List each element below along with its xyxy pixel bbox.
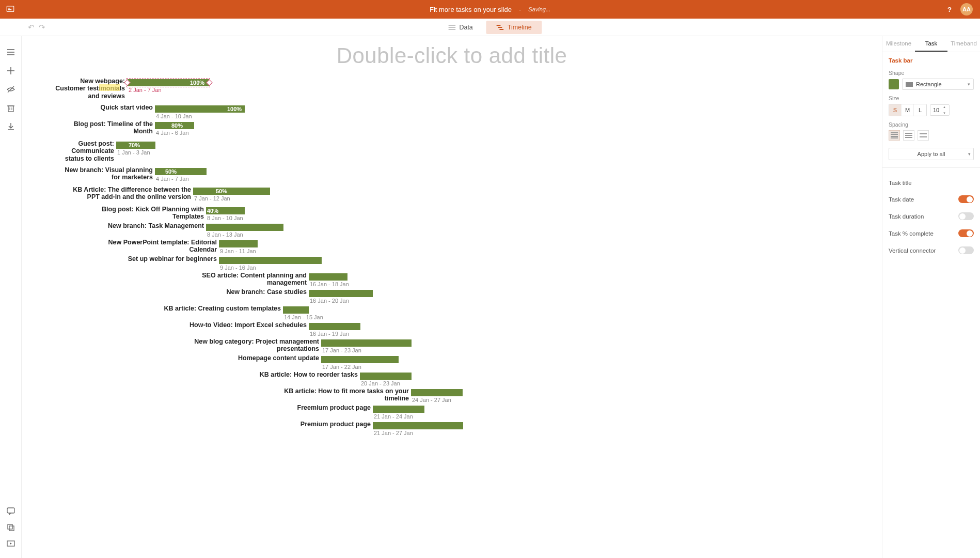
task-percent: 50% — [165, 168, 177, 175]
delete-icon[interactable] — [6, 103, 15, 113]
task-row[interactable]: New branch: Case studies16 Jan - 20 Jan — [22, 288, 882, 305]
toggle-switch[interactable] — [958, 212, 974, 220]
task-bar[interactable] — [309, 273, 347, 281]
task-bar[interactable] — [411, 389, 463, 396]
size-s[interactable]: S — [889, 104, 902, 116]
spacing-tight[interactable] — [889, 130, 900, 141]
task-row[interactable]: New PowerPoint template: Editorial Calen… — [22, 239, 882, 255]
task-row[interactable]: SEO article: Content planning and manage… — [22, 272, 882, 288]
document-title[interactable]: Fit more tasks on your slide — [430, 6, 512, 13]
saving-status: Saving... — [528, 6, 550, 12]
menu-icon[interactable] — [6, 48, 15, 57]
task-label: KB article: How to reorder tasks — [224, 371, 358, 378]
task-label: Homepage content update — [185, 354, 319, 362]
task-bar[interactable] — [309, 290, 373, 297]
task-date: 8 Jan - 13 Jan — [207, 231, 243, 238]
fill-color-swatch[interactable] — [889, 79, 899, 89]
task-row[interactable]: KB Article: The difference between the P… — [22, 186, 882, 206]
svg-line-14 — [8, 86, 14, 92]
toggle-switch[interactable] — [958, 229, 974, 237]
task-label: New webpage: Customer testimonials and r… — [22, 78, 125, 100]
status-separator: - — [519, 6, 521, 13]
task-bar[interactable] — [373, 406, 424, 413]
task-bar[interactable] — [155, 168, 207, 175]
size-l[interactable]: L — [914, 104, 926, 116]
hide-icon[interactable] — [6, 85, 15, 94]
task-label: Guest post: Communicate status to client… — [22, 140, 114, 162]
task-row[interactable]: Freemium product page21 Jan - 24 Jan — [22, 404, 882, 421]
task-row[interactable]: Homepage content update17 Jan - 22 Jan — [22, 354, 882, 371]
task-row[interactable]: Premium product page21 Jan - 27 Jan — [22, 421, 882, 437]
present-icon[interactable] — [6, 539, 15, 549]
view-timeline[interactable]: Timeline — [486, 21, 542, 34]
task-bar[interactable] — [219, 257, 322, 264]
apply-to-all-button[interactable]: Apply to all ▾ — [889, 148, 974, 160]
task-row[interactable]: KB article: How to fit more tasks on you… — [22, 388, 882, 404]
prop-task-title: Task title — [882, 175, 980, 191]
tab-milestone[interactable]: Milestone — [882, 36, 915, 52]
task-row[interactable]: New branch: Visual planning for marketer… — [22, 166, 882, 186]
task-percent: 70% — [129, 142, 140, 149]
size-value: 10 — [933, 107, 939, 113]
shape-value: Rectangle — [916, 81, 942, 87]
slide-title-placeholder[interactable]: Double-click to add title — [22, 43, 882, 68]
task-label: New branch: Visual planning for marketer… — [22, 166, 153, 181]
prop-label: Task date — [889, 196, 914, 203]
task-label: SEO article: Content planning and manage… — [172, 272, 307, 287]
toggle-switch[interactable] — [958, 246, 974, 254]
task-bar[interactable] — [206, 224, 283, 231]
timeline-icon — [497, 24, 504, 30]
add-icon[interactable] — [6, 66, 15, 75]
spacing-loose[interactable] — [918, 130, 929, 141]
tab-timeband[interactable]: Timeband — [947, 36, 980, 52]
redo-icon[interactable]: ↷ — [39, 23, 45, 32]
download-icon[interactable] — [6, 122, 15, 131]
task-bar[interactable] — [373, 422, 463, 429]
task-bar[interactable] — [193, 188, 270, 195]
task-date: 2 Jan - 7 Jan — [129, 87, 162, 93]
task-bar[interactable] — [219, 240, 258, 247]
view-data[interactable]: Data — [438, 21, 483, 34]
task-row[interactable]: New blog category: Project management pr… — [22, 338, 882, 354]
shape-label: Shape — [882, 66, 980, 78]
shape-select[interactable]: Rectangle ▾ — [902, 79, 974, 90]
undo-icon[interactable]: ↶ — [28, 23, 35, 32]
task-date: 14 Jan - 15 Jan — [284, 314, 323, 320]
app-logo[interactable] — [0, 5, 21, 14]
task-bar[interactable] — [321, 356, 399, 363]
task-row[interactable]: Quick start video100%4 Jan - 10 Jan — [22, 104, 882, 120]
task-bar[interactable] — [283, 306, 309, 314]
avatar[interactable]: AA — [960, 3, 973, 16]
task-row[interactable]: KB article: Creating custom templates14 … — [22, 305, 882, 321]
task-bar[interactable] — [360, 373, 412, 380]
gantt-chart[interactable]: New webpage: Customer testimonials and r… — [22, 78, 882, 437]
toggle-switch[interactable] — [958, 195, 974, 203]
task-label: Quick start video — [22, 104, 153, 111]
comment-icon[interactable] — [6, 506, 15, 516]
rectangle-icon — [906, 82, 913, 87]
svg-rect-21 — [7, 508, 14, 513]
copy-icon[interactable] — [6, 523, 15, 532]
task-date: 7 Jan - 12 Jan — [194, 195, 230, 202]
task-row[interactable]: KB article: How to reorder tasks20 Jan -… — [22, 371, 882, 388]
list-icon — [448, 24, 455, 30]
size-spinner[interactable]: 10 ▲▼ — [930, 104, 950, 116]
section-task-bar: Task bar — [882, 52, 980, 66]
task-row[interactable]: Blog post: Kick Off Planning with Templa… — [22, 206, 882, 222]
task-row[interactable]: Blog post: Timeline of the Month80%4 Jan… — [22, 120, 882, 140]
svg-rect-2 — [8, 9, 12, 10]
spacing-medium[interactable] — [903, 130, 914, 141]
prop-label: Task title — [889, 180, 912, 186]
task-row[interactable]: How-to Video: Import Excel schedules16 J… — [22, 321, 882, 338]
task-row[interactable]: New webpage: Customer testimonials and r… — [22, 78, 882, 104]
task-row[interactable]: Set up webinar for beginners9 Jan - 16 J… — [22, 255, 882, 272]
task-bar[interactable] — [321, 339, 412, 347]
task-bar[interactable] — [309, 323, 360, 330]
size-m[interactable]: M — [902, 104, 914, 116]
prop-vertical-connector: Vertical connector — [882, 242, 980, 259]
help-icon[interactable]: ? — [944, 4, 955, 15]
task-row[interactable]: Guest post: Communicate status to client… — [22, 140, 882, 166]
task-row[interactable]: New branch: Task Management8 Jan - 13 Ja… — [22, 222, 882, 239]
svg-rect-15 — [8, 106, 13, 112]
tab-task[interactable]: Task — [915, 36, 947, 52]
